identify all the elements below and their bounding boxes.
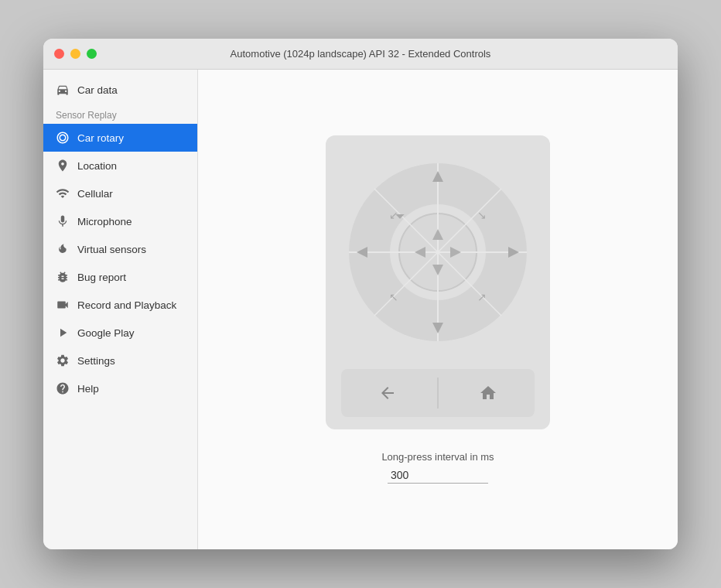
sidebar: Car data Sensor Replay Car rotary Locati… xyxy=(43,70,198,549)
google-play-icon xyxy=(56,326,70,340)
rotary-widget: ↙ ↘ ↖ ↗ xyxy=(326,135,550,429)
svg-text:↙: ↙ xyxy=(389,209,398,221)
sidebar-item-location[interactable]: Location xyxy=(43,152,197,179)
svg-text:↘: ↘ xyxy=(477,209,487,221)
sidebar-item-car-rotary-label: Car rotary xyxy=(77,132,124,144)
sidebar-item-virtual-sensors-label: Virtual sensors xyxy=(77,244,146,255)
car-icon xyxy=(56,83,70,97)
home-button[interactable] xyxy=(446,372,531,414)
sidebar-item-settings-label: Settings xyxy=(77,355,115,367)
rotary-dial-area: ↙ ↘ ↖ ↗ xyxy=(341,148,535,357)
sidebar-item-record-playback[interactable]: Record and Playback xyxy=(43,291,197,319)
sidebar-item-bug-report-label: Bug report xyxy=(77,272,126,283)
rotary-container: ↙ ↘ ↖ ↗ xyxy=(326,135,550,484)
rotary-icon xyxy=(56,131,70,145)
virtual-sensors-icon xyxy=(56,242,70,256)
sidebar-item-car-rotary[interactable]: Car rotary xyxy=(43,124,197,152)
main-content: ↙ ↘ ↖ ↗ xyxy=(198,70,678,549)
bottom-nav xyxy=(341,369,535,417)
location-icon xyxy=(56,159,70,173)
rotary-dial-svg: ↙ ↘ ↖ ↗ xyxy=(341,156,535,349)
sidebar-item-location-label: Location xyxy=(77,160,117,172)
sidebar-item-google-play[interactable]: Google Play xyxy=(43,319,197,347)
window-title: Automotive (1024p landscape) API 32 - Ex… xyxy=(231,48,491,60)
back-icon xyxy=(378,384,397,402)
content-area: Car data Sensor Replay Car rotary Locati… xyxy=(43,70,678,549)
maximize-button[interactable] xyxy=(87,49,97,59)
sensor-replay-section: Sensor Replay xyxy=(43,104,197,124)
close-button[interactable] xyxy=(54,49,64,59)
sidebar-item-google-play-label: Google Play xyxy=(77,327,135,339)
sidebar-item-car-data[interactable]: Car data xyxy=(43,76,197,104)
window-controls xyxy=(54,49,97,59)
sidebar-item-microphone[interactable]: Microphone xyxy=(43,207,197,235)
sidebar-item-record-playback-label: Record and Playback xyxy=(77,299,176,311)
titlebar: Automotive (1024p landscape) API 32 - Ex… xyxy=(43,39,678,70)
sidebar-item-cellular[interactable]: Cellular xyxy=(43,179,197,207)
record-icon xyxy=(56,298,70,312)
svg-text:↗: ↗ xyxy=(477,291,487,303)
main-window: Automotive (1024p landscape) API 32 - Ex… xyxy=(43,39,678,549)
sidebar-item-help[interactable]: Help xyxy=(43,374,197,402)
interval-input[interactable] xyxy=(388,467,488,484)
svg-text:↖: ↖ xyxy=(389,291,398,303)
sidebar-item-virtual-sensors[interactable]: Virtual sensors xyxy=(43,235,197,263)
sidebar-item-cellular-label: Cellular xyxy=(77,188,113,200)
home-icon xyxy=(479,384,497,402)
interval-label: Long-press interval in ms xyxy=(381,451,494,463)
nav-divider xyxy=(437,378,439,409)
sidebar-item-help-label: Help xyxy=(77,383,99,395)
cellular-icon xyxy=(56,186,70,200)
help-icon xyxy=(56,381,70,395)
sidebar-item-car-data-label: Car data xyxy=(77,84,118,96)
sidebar-item-settings[interactable]: Settings xyxy=(43,347,197,374)
back-button[interactable] xyxy=(345,372,430,414)
microphone-icon xyxy=(56,214,70,228)
settings-icon xyxy=(56,354,70,368)
sidebar-item-bug-report[interactable]: Bug report xyxy=(43,263,197,291)
interval-section: Long-press interval in ms xyxy=(381,451,494,484)
minimize-button[interactable] xyxy=(70,49,80,59)
bug-report-icon xyxy=(56,270,70,284)
sidebar-item-microphone-label: Microphone xyxy=(77,216,132,227)
